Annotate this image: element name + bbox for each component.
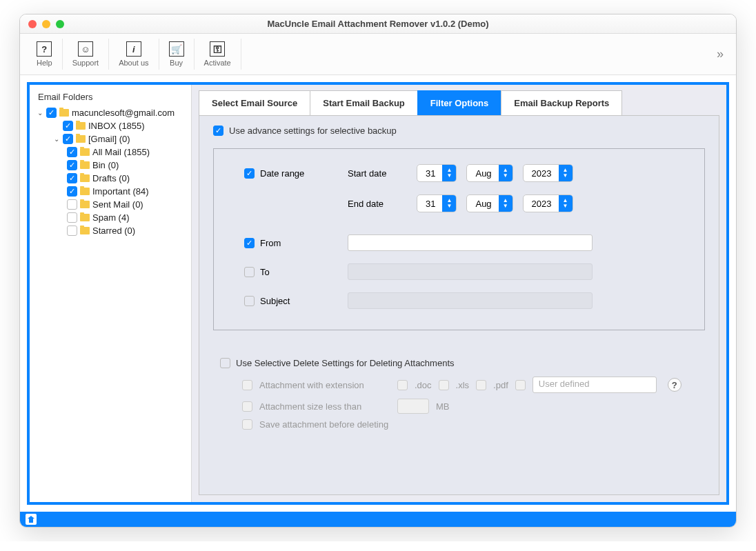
end-month-picker[interactable]: Aug: [466, 194, 513, 212]
date-range-start-row: Date range Start date 31 Aug 2023: [244, 164, 685, 182]
size-row: Attachment size less than MB: [242, 399, 705, 414]
checkbox-ext: [242, 380, 252, 390]
checkbox-account[interactable]: [46, 108, 57, 118]
tab-select-source[interactable]: Select Email Source: [199, 90, 310, 115]
to-row: To: [244, 263, 685, 280]
checkbox-advance-settings[interactable]: [213, 126, 223, 136]
subject-input[interactable]: [348, 292, 593, 309]
filter-fieldset: Date range Start date 31 Aug 2023 End da…: [213, 148, 705, 330]
checkbox-sent[interactable]: [67, 199, 77, 210]
checkbox-inbox[interactable]: [63, 121, 73, 131]
toolbar: ? Help ☺ Support i About us 🛒 Buy ⚿ Acti…: [20, 34, 736, 75]
finder-icon: [26, 514, 37, 525]
checkbox-subject[interactable]: [244, 296, 255, 306]
window-title: MacUncle Email Attachment Remover v1.0.2…: [20, 19, 736, 29]
buy-button[interactable]: 🛒 Buy: [159, 39, 195, 70]
about-icon: i: [126, 41, 141, 57]
main-panel: Select Email Source Start Email Backup F…: [192, 85, 726, 502]
tree-inbox-row[interactable]: INBOX (1855): [32, 119, 188, 132]
tree-account-row[interactable]: ⌄ macunclesoft@gmail.com: [32, 106, 188, 119]
user-defined-input: User defined: [533, 377, 657, 393]
checkbox-selective-delete[interactable]: [220, 358, 230, 368]
from-input[interactable]: [348, 234, 593, 251]
tree-sent-row[interactable]: Sent Mail (0): [32, 198, 188, 211]
from-row: From: [244, 234, 685, 251]
folder-icon: [80, 148, 90, 156]
tab-start-backup[interactable]: Start Email Backup: [310, 90, 418, 115]
help-icon: ?: [37, 41, 52, 57]
checkbox-doc: [397, 380, 408, 390]
tree-drafts-row[interactable]: Drafts (0): [32, 172, 188, 185]
advance-settings-label: Use advance settings for selective backu…: [229, 126, 397, 136]
stepper-icon[interactable]: [442, 194, 456, 212]
stepper-icon[interactable]: [442, 164, 456, 182]
folder-icon: [80, 188, 90, 195]
checkbox-bin[interactable]: [67, 160, 77, 170]
selective-delete-label: Use Selective Delete Settings for Deleti…: [236, 358, 455, 368]
date-range-end-row: End date 31 Aug 2023: [244, 194, 685, 212]
checkbox-from[interactable]: [244, 238, 255, 248]
to-input[interactable]: [348, 263, 593, 280]
help-icon[interactable]: ?: [668, 378, 682, 392]
tab-filter-options[interactable]: Filter Options: [417, 90, 502, 115]
folder-icon: [59, 109, 69, 117]
checkbox-starred[interactable]: [67, 226, 77, 236]
selective-delete-block: Use Selective Delete Settings for Deleti…: [213, 358, 705, 430]
zoom-window-button[interactable]: [56, 20, 64, 28]
checkbox-userdef: [515, 380, 526, 390]
checkbox-allmail[interactable]: [67, 147, 77, 157]
checkbox-to[interactable]: [244, 267, 255, 277]
folder-icon: [76, 135, 86, 143]
tree-bin-row[interactable]: Bin (0): [32, 159, 188, 172]
folder-sidebar: Email Folders ⌄ macunclesoft@gmail.com I…: [30, 85, 192, 502]
save-row: Save attachment before deleting: [242, 419, 705, 430]
support-button[interactable]: ☺ Support: [63, 39, 110, 70]
tree-starred-row[interactable]: Starred (0): [32, 224, 188, 237]
stepper-icon[interactable]: [499, 164, 513, 182]
stepper-icon[interactable]: [559, 194, 573, 212]
extension-row: Attachment with extension .doc .xls .pdf…: [242, 377, 705, 393]
end-date-label: End date: [348, 199, 417, 209]
sidebar-heading: Email Folders: [32, 90, 188, 106]
start-month-picker[interactable]: Aug: [466, 164, 513, 182]
window-controls: [20, 20, 64, 28]
filter-panel: Use advance settings for selective backu…: [199, 115, 719, 495]
buy-icon: 🛒: [169, 41, 184, 57]
close-window-button[interactable]: [28, 20, 37, 28]
activate-button[interactable]: ⚿ Activate: [195, 39, 241, 70]
app-window: MacUncle Email Attachment Remover v1.0.2…: [19, 14, 737, 528]
folder-icon: [76, 122, 86, 130]
tree-allmail-row[interactable]: All Mail (1855): [32, 146, 188, 159]
start-date-label: Start date: [348, 168, 417, 179]
start-day-picker[interactable]: 31: [417, 164, 457, 182]
folder-icon: [80, 214, 90, 221]
toolbar-overflow-icon[interactable]: »: [717, 47, 736, 61]
minimize-window-button[interactable]: [42, 20, 50, 28]
subject-row: Subject: [244, 292, 685, 309]
checkbox-pdf: [476, 380, 486, 390]
end-day-picker[interactable]: 31: [417, 194, 457, 212]
tree-important-row[interactable]: Important (84): [32, 185, 188, 198]
support-icon: ☺: [78, 41, 93, 57]
checkbox-xls: [439, 380, 449, 390]
tree-gmail-row[interactable]: ⌄ [Gmail] (0): [32, 132, 188, 146]
tab-bar: Select Email Source Start Email Backup F…: [199, 90, 719, 115]
start-year-picker[interactable]: 2023: [523, 164, 573, 182]
advance-settings-row: Use advance settings for selective backu…: [213, 126, 705, 136]
tree-spam-row[interactable]: Spam (4): [32, 211, 188, 224]
caret-icon[interactable]: ⌄: [53, 135, 60, 143]
checkbox-save-before: [242, 419, 252, 430]
folder-icon: [80, 161, 90, 169]
stepper-icon[interactable]: [499, 194, 513, 212]
stepper-icon[interactable]: [559, 164, 573, 182]
checkbox-date-range[interactable]: [244, 168, 255, 179]
checkbox-spam[interactable]: [67, 212, 77, 223]
about-button[interactable]: i About us: [109, 39, 159, 70]
checkbox-gmail[interactable]: [63, 134, 73, 144]
checkbox-important[interactable]: [67, 186, 77, 197]
help-button[interactable]: ? Help: [27, 39, 63, 70]
checkbox-drafts[interactable]: [67, 173, 77, 183]
tab-backup-reports[interactable]: Email Backup Reports: [501, 90, 622, 115]
end-year-picker[interactable]: 2023: [523, 194, 573, 212]
caret-icon[interactable]: ⌄: [37, 109, 43, 117]
